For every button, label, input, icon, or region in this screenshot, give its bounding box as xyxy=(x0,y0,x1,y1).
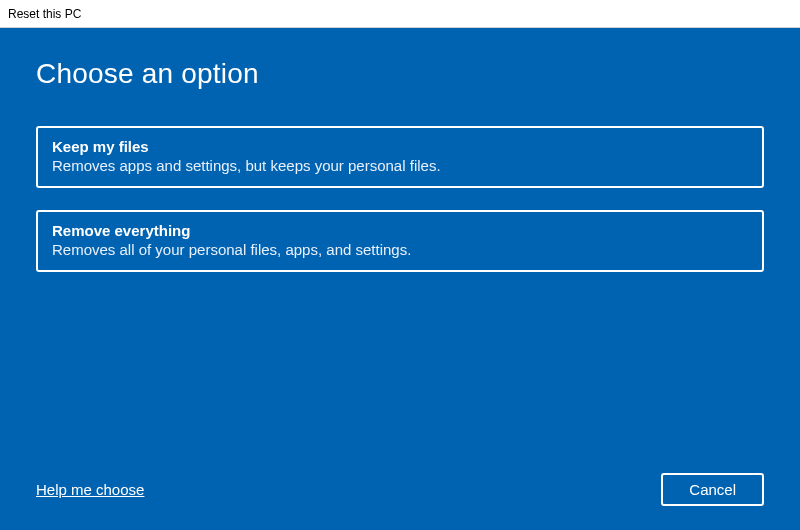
window-title: Reset this PC xyxy=(8,7,81,21)
option-remove-title: Remove everything xyxy=(52,222,748,239)
dialog-footer: Help me choose Cancel xyxy=(36,473,764,506)
cancel-button[interactable]: Cancel xyxy=(661,473,764,506)
page-heading: Choose an option xyxy=(36,58,764,90)
option-keep-my-files[interactable]: Keep my files Removes apps and settings,… xyxy=(36,126,764,188)
help-me-choose-link[interactable]: Help me choose xyxy=(36,481,144,498)
title-bar: Reset this PC xyxy=(0,0,800,28)
option-remove-everything[interactable]: Remove everything Removes all of your pe… xyxy=(36,210,764,272)
option-keep-desc: Removes apps and settings, but keeps you… xyxy=(52,157,748,174)
dialog-body: Choose an option Keep my files Removes a… xyxy=(0,28,800,530)
options-list: Keep my files Removes apps and settings,… xyxy=(36,126,764,272)
option-keep-title: Keep my files xyxy=(52,138,748,155)
option-remove-desc: Removes all of your personal files, apps… xyxy=(52,241,748,258)
